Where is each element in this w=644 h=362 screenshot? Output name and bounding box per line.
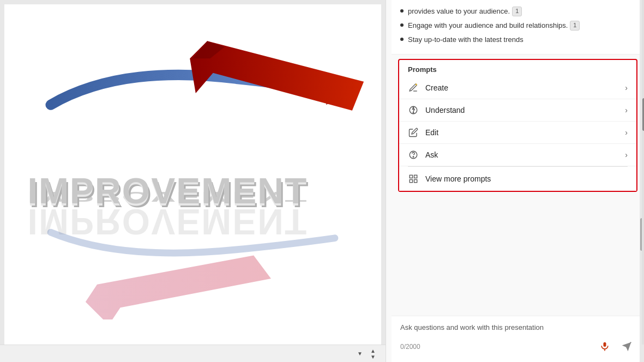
panel-top-text: provides value to your audience. 1 Engag…: [392, 0, 644, 55]
bullet-text-2: Engage with your audience and build rela…: [408, 21, 568, 31]
svg-rect-20: [604, 342, 606, 347]
slide-svg: IMPROVEMENT IMPROVEMENT IMPROVEMENT IMPR…: [4, 29, 381, 319]
svg-point-13: [413, 112, 414, 113]
understand-chevron: ›: [625, 106, 628, 114]
view-more-label: View more prompts: [425, 174, 628, 183]
prompts-header: Prompts: [399, 60, 636, 77]
create-chevron: ›: [625, 83, 628, 92]
edit-chevron: ›: [625, 128, 628, 137]
send-button[interactable]: [618, 338, 635, 355]
edit-label: Edit: [425, 128, 625, 137]
input-row: 0/2000: [400, 338, 635, 355]
ask-icon: [408, 149, 419, 160]
svg-rect-18: [410, 179, 412, 182]
badge-2: 1: [570, 21, 580, 31]
slide-bottom-nav: ▼ ▲▼: [0, 345, 386, 362]
bullet-text-3: Stay up-to-date with the latest trends: [408, 35, 523, 45]
bullet-item-3: Stay up-to-date with the latest trends: [400, 35, 635, 45]
bullet-item-2: Engage with your audience and build rela…: [400, 21, 635, 31]
create-label: Create: [425, 83, 625, 92]
prompt-understand[interactable]: Understand ›: [399, 99, 636, 122]
svg-rect-16: [410, 175, 412, 178]
panel-bottom: Ask questions and work with this present…: [392, 316, 644, 362]
prompt-edit[interactable]: Edit ›: [399, 122, 636, 144]
ask-label: Ask: [425, 150, 625, 159]
right-panel: provides value to your audience. 1 Engag…: [386, 0, 644, 362]
view-more-prompts[interactable]: View more prompts: [399, 167, 636, 191]
char-count: 0/2000: [400, 343, 592, 351]
svg-point-10: [416, 83, 417, 85]
bullet-dot-3: [400, 38, 404, 41]
prompt-create[interactable]: Create ›: [399, 77, 636, 99]
svg-point-15: [413, 156, 414, 158]
understand-icon: [408, 105, 419, 116]
understand-label: Understand: [425, 106, 625, 114]
svg-rect-19: [414, 179, 417, 182]
bullet-text-1: provides value to your audience.: [408, 7, 510, 16]
prompts-section: Prompts Create ›: [398, 59, 637, 192]
scroll-down-button[interactable]: ▼: [354, 348, 366, 360]
panel-left-scrollbar: [642, 0, 644, 345]
panel-content: provides value to your audience. 1 Engag…: [386, 0, 644, 362]
svg-rect-17: [414, 175, 417, 178]
svg-point-12: [413, 107, 414, 108]
prompt-ask[interactable]: Ask ›: [399, 144, 636, 166]
record-button[interactable]: [596, 338, 613, 355]
edit-icon: [408, 127, 419, 138]
slide-area: IMPROVEMENT IMPROVEMENT IMPROVEMENT IMPR…: [0, 0, 386, 362]
ask-text: Ask questions and work with this present…: [400, 323, 635, 333]
scroll-up-down-button[interactable]: ▲▼: [367, 348, 379, 360]
svg-marker-23: [622, 342, 631, 352]
slide-canvas: IMPROVEMENT IMPROVEMENT IMPROVEMENT IMPR…: [4, 4, 381, 345]
bullet-item-1: provides value to your audience. 1: [400, 7, 635, 16]
create-icon: [408, 82, 419, 93]
bullet-dot-2: [400, 23, 404, 27]
view-more-icon: [408, 173, 419, 184]
badge-1: 1: [512, 7, 522, 16]
bullet-dot: [400, 9, 404, 13]
ask-chevron: ›: [625, 150, 628, 159]
